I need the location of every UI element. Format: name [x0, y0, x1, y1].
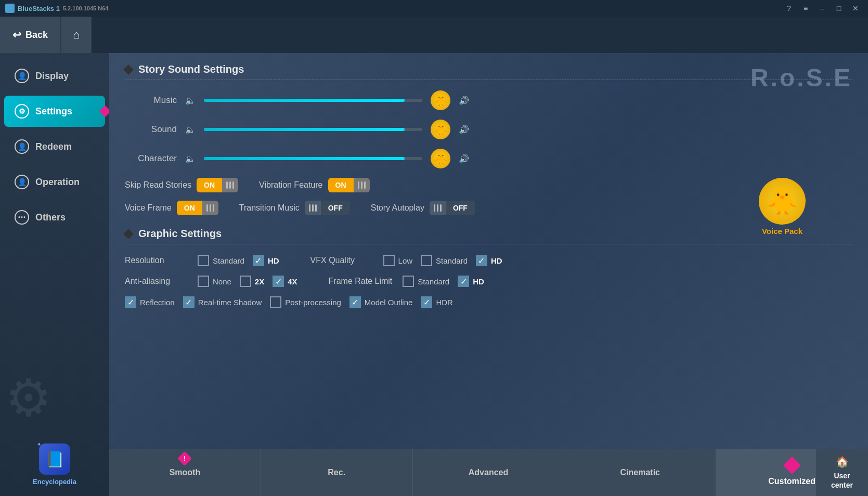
fr-standard-item[interactable]: Standard — [403, 276, 449, 287]
vfx-low-checkbox[interactable] — [383, 255, 395, 266]
preset-smooth[interactable]: ! Smooth — [109, 449, 261, 496]
sidebar-item-others[interactable]: ··· Others — [4, 202, 105, 233]
sidebar-item-operation[interactable]: 👤 Operation — [4, 166, 105, 198]
sound-volume-up-icon[interactable]: 🔊 — [459, 125, 469, 135]
vibration-feature-toggle[interactable]: Vibration Feature ON — [259, 178, 369, 192]
character-duck-icon: 🐥 — [431, 149, 450, 168]
top-nav: ↩ Back ⌂ — [0, 17, 868, 53]
vfx-hd-text: HD — [491, 256, 502, 265]
sidebar-item-redeem[interactable]: 👤 Redeem — [4, 131, 105, 162]
menu-button[interactable]: ≡ — [798, 3, 813, 14]
story-autoplay-toggle[interactable]: Story Autoplay OFF — [371, 201, 475, 215]
preset-rec[interactable]: Rec. — [261, 449, 413, 496]
vfx-low-text: Low — [398, 256, 413, 265]
post-processing-text: Post-processing — [285, 298, 341, 307]
sound-slider-row: Sound 🔈 🐥 🔊 — [125, 120, 852, 139]
close-button[interactable]: ✕ — [848, 3, 863, 14]
fr-hd-text: HD — [473, 277, 484, 286]
aa-4x-checkbox[interactable]: ✓ — [273, 276, 284, 287]
story-autoplay-switch[interactable]: OFF — [430, 201, 475, 215]
main-content: R.o.S.E 🐥 Voice Pack Story Sound Setting… — [109, 53, 868, 496]
minimize-button[interactable]: – — [815, 3, 830, 14]
reflection-checkbox[interactable]: ✓ — [125, 296, 136, 308]
fr-standard-checkbox[interactable] — [403, 276, 414, 287]
transition-off-label: OFF — [321, 201, 350, 215]
voice-pack-button[interactable]: 🐥 Voice Pack — [759, 178, 806, 236]
voice-frame-toggle[interactable]: Voice Frame ON — [125, 201, 218, 215]
vibration-switch[interactable]: ON — [328, 178, 370, 192]
app-container: ↩ Back ⌂ 👤 Display ⚙ Settings 👤 Redeem — [0, 17, 868, 496]
character-slider-row: Character 🔈 🐥 🔊 — [125, 149, 852, 168]
encyclopedia-label: Encyclopedia — [33, 478, 76, 486]
model-outline-checkbox[interactable]: ✓ — [349, 296, 361, 308]
home-button[interactable]: ⌂ — [61, 17, 92, 53]
music-slider-track[interactable] — [204, 99, 422, 102]
resolution-standard-checkbox[interactable] — [198, 255, 209, 266]
fr-standard-text: Standard — [418, 277, 449, 286]
resolution-checkbox-group: Standard ✓ HD — [198, 255, 279, 266]
resolution-hd-checkbox[interactable]: ✓ — [253, 255, 264, 266]
vfx-hd-checkbox[interactable]: ✓ — [476, 255, 487, 266]
character-slider-track[interactable] — [204, 157, 422, 160]
skip-read-stories-toggle[interactable]: Skip Read Stories ON — [125, 178, 238, 192]
sound-volume-down-icon[interactable]: 🔈 — [185, 125, 196, 135]
frame-rate-checkbox-group: Standard ✓ HD — [403, 276, 484, 287]
maximize-button[interactable]: □ — [832, 3, 846, 14]
back-button[interactable]: ↩ Back — [0, 17, 61, 53]
resolution-hd-text: HD — [268, 256, 279, 265]
reflection-item[interactable]: ✓ Reflection — [125, 296, 175, 308]
music-volume-down-icon[interactable]: 🔈 — [185, 96, 196, 106]
preset-cinematic[interactable]: Cinematic — [564, 449, 716, 496]
post-processing-checkbox[interactable] — [270, 296, 281, 308]
voice-pack-duck-icon: 🐥 — [759, 178, 806, 225]
aa-2x-item[interactable]: 2X — [240, 276, 264, 287]
sidebar-item-settings[interactable]: ⚙ Settings — [4, 96, 105, 127]
transition-music-switch[interactable]: OFF — [305, 201, 350, 215]
character-volume-down-icon[interactable]: 🔈 — [185, 154, 196, 164]
fr-hd-item[interactable]: ✓ HD — [458, 276, 484, 287]
character-volume-up-icon[interactable]: 🔊 — [459, 154, 469, 164]
model-outline-item[interactable]: ✓ Model Outline — [349, 296, 413, 308]
aa-4x-item[interactable]: ✓ 4X — [273, 276, 297, 287]
autoplay-lines — [430, 201, 446, 215]
post-processing-item[interactable]: Post-processing — [270, 296, 341, 308]
vfx-standard-item[interactable]: Standard — [421, 255, 468, 266]
transition-music-toggle[interactable]: Transition Music OFF — [239, 201, 350, 215]
vfx-standard-checkbox[interactable] — [421, 255, 432, 266]
extras-row: ✓ Reflection ✓ Real-time Shadow Post-pro… — [125, 296, 852, 308]
hdr-checkbox[interactable]: ✓ — [421, 296, 432, 308]
antialiasing-row: Anti-aliasing None 2X ✓ 4X — [125, 276, 852, 287]
aa-none-item[interactable]: None — [198, 276, 231, 287]
realtime-shadow-checkbox[interactable]: ✓ — [183, 296, 195, 308]
vfx-hd-item[interactable]: ✓ HD — [476, 255, 502, 266]
sound-slider-track[interactable] — [204, 128, 422, 131]
resolution-standard-item[interactable]: Standard — [198, 255, 244, 266]
hdr-item[interactable]: ✓ HDR — [421, 296, 453, 308]
app-version: 5.2.100.1045 N64 — [63, 5, 108, 11]
sound-section: Story Sound Settings Music 🔈 🐥 🔊 Sound — [125, 63, 852, 215]
realtime-shadow-item[interactable]: ✓ Real-time Shadow — [183, 296, 262, 308]
help-button[interactable]: ? — [782, 3, 796, 14]
vibration-label: Vibration Feature — [259, 180, 322, 190]
gear-decoration: ⚙ — [5, 368, 52, 428]
resolution-hd-item[interactable]: ✓ HD — [253, 255, 279, 266]
redeem-label: Redeem — [35, 141, 72, 152]
story-autoplay-label: Story Autoplay — [371, 203, 424, 213]
preset-advanced[interactable]: Advanced — [413, 449, 565, 496]
character-slider-fill — [204, 157, 405, 160]
skip-read-stories-switch[interactable]: ON — [197, 178, 238, 192]
music-volume-up-icon[interactable]: 🔊 — [459, 96, 469, 106]
fr-hd-checkbox[interactable]: ✓ — [458, 276, 469, 287]
music-slider-row: Music 🔈 🐥 🔊 — [125, 90, 852, 110]
aa-none-checkbox[interactable] — [198, 276, 209, 287]
graphic-section-header: Graphic Settings — [125, 228, 852, 240]
voice-frame-switch[interactable]: ON — [177, 201, 218, 215]
encyclopedia-button[interactable]: 📘 Encyclopedia — [33, 443, 76, 486]
voice-frame-lines — [202, 201, 218, 215]
smooth-label: Smooth — [170, 468, 201, 477]
vfx-low-item[interactable]: Low — [383, 255, 413, 266]
aa-2x-checkbox[interactable] — [240, 276, 251, 287]
sidebar-item-display[interactable]: 👤 Display — [4, 60, 105, 92]
home-icon: ⌂ — [73, 28, 80, 42]
user-center-button[interactable]: 🏠 User center — [816, 449, 868, 496]
